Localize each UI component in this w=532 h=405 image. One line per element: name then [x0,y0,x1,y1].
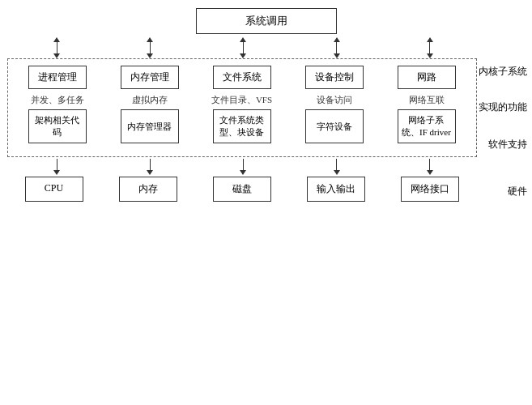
down-arrow-head [147,170,153,175]
functions-row: 并发、多任务 虚拟内存 文件目录、VFS 设备访问 网络互联 [11,94,473,106]
kernel-section: 进程管理 内存管理 文件系统 设备控制 网路 并发、多任务 虚拟内存 文件目录、… [7,58,477,157]
kernel-dashed-box: 进程管理 内存管理 文件系统 设备控制 网路 并发、多任务 虚拟内存 文件目录、… [7,58,477,157]
software-boxes-row: 架构相关代码 内存管理器 文件系统类型、块设备 字符设备 网络子系统、IF dr… [11,109,473,143]
kernel-box-mem: 内存管理 [121,66,179,89]
arrow-line [336,42,337,53]
down-arrow-head [334,170,340,175]
kernel-box-fs: 文件系统 [213,66,271,89]
arrow-1 [28,37,86,58]
func-item-1: 并发、多任务 [17,94,98,106]
hardware-section: CPU 内存 磁盘 输入输出 网络接口 硬件 [7,177,477,202]
syscall-box: 系统调用 [196,8,337,34]
sw-box-4: 字符设备 [305,109,364,143]
diagram: 系统调用 [7,8,526,202]
arrow-3 [214,37,272,58]
sw-hw-arrow-2 [121,159,179,175]
hardware-label: 硬件 [508,185,527,198]
down-arrow-head [53,170,60,175]
func-item-5: 网络互联 [386,94,467,106]
kernel-label: 内核子系统 [479,65,527,79]
arrow-line [57,42,57,53]
func-item-4: 设备访问 [294,94,375,106]
arrow-2 [121,37,179,58]
sw-box-2: 内存管理器 [121,109,179,143]
arrow-line [243,42,244,53]
software-label: 软件支持 [488,138,527,151]
arrow-line [57,159,57,170]
arrow-line [150,159,151,170]
func-item-2: 虚拟内存 [109,94,190,106]
kernel-box-net: 网路 [398,66,456,89]
down-arrow-head [427,170,433,175]
syscall-row: 系统调用 [7,8,526,34]
arrow-line [150,42,151,53]
arrow-line [429,159,430,170]
sw-hw-arrows [7,157,526,177]
syscall-kernel-arrows [7,37,526,58]
sw-box-3: 文件系统类型、块设备 [213,109,271,143]
arrow-5 [401,37,459,58]
sw-hw-arrow-1 [28,159,86,175]
arrow-line [243,159,244,170]
functions-label: 实现的功能 [479,100,527,114]
sw-hw-arrow-3 [214,159,272,175]
kernel-boxes-row: 进程管理 内存管理 文件系统 设备控制 网路 [11,66,473,89]
down-arrow-head [240,170,246,175]
arrow-line [429,42,430,53]
sw-hw-arrow-4 [308,159,366,175]
hw-box-mem: 内存 [119,177,177,202]
sw-hw-arrow-5 [401,159,459,175]
hw-box-io: 输入输出 [307,177,365,202]
syscall-label: 系统调用 [245,15,287,27]
kernel-box-dev: 设备控制 [305,66,364,89]
func-item-3: 文件目录、VFS [202,94,283,106]
hw-box-cpu: CPU [25,177,83,202]
arrow-4 [308,37,366,58]
arrow-line [336,159,337,170]
hardware-boxes-row: CPU 内存 磁盘 输入输出 网络接口 [7,177,477,202]
hw-box-disk: 磁盘 [213,177,271,202]
kernel-box-proc: 进程管理 [28,66,87,89]
sw-box-5: 网络子系统、IF driver [398,109,456,143]
hw-box-net: 网络接口 [401,177,459,202]
sw-box-1: 架构相关代码 [28,109,87,143]
